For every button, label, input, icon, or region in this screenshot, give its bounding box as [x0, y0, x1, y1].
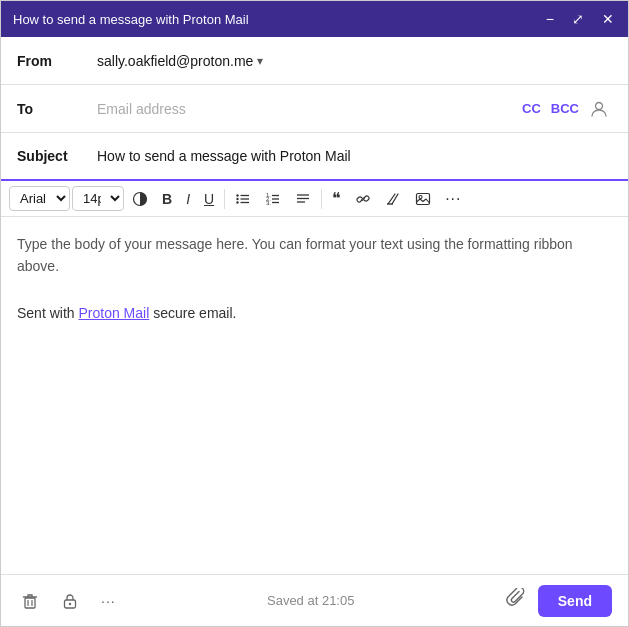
quote-icon: ❝	[332, 189, 341, 208]
ordered-list-button[interactable]: 1. 2. 3.	[259, 187, 287, 211]
svg-text:3.: 3.	[266, 200, 271, 206]
toolbar-separator-2	[321, 189, 322, 209]
toolbar-separator-1	[224, 189, 225, 209]
expand-button[interactable]: ⤢	[570, 10, 586, 28]
to-input[interactable]	[97, 101, 519, 117]
font-size-selector[interactable]: 14px	[72, 186, 124, 211]
encrypt-button[interactable]	[57, 588, 83, 614]
delete-icon	[21, 592, 39, 610]
from-selector[interactable]: sally.oakfield@proton.me ▾	[97, 53, 263, 69]
italic-icon: I	[186, 191, 190, 207]
underline-icon: U	[204, 191, 214, 207]
font-selector[interactable]: Arial	[9, 186, 70, 211]
svg-rect-18	[417, 193, 430, 204]
compose-window: How to send a message with Proton Mail −…	[0, 0, 629, 627]
insert-image-button[interactable]	[409, 187, 437, 211]
cc-bcc-area: CC BCC	[519, 98, 612, 120]
subject-label: Subject	[17, 148, 97, 164]
send-button[interactable]: Send	[538, 585, 612, 617]
attach-button[interactable]	[502, 584, 530, 617]
svg-point-4	[236, 201, 238, 203]
attach-icon	[506, 588, 526, 608]
align-button[interactable]	[289, 187, 317, 211]
to-label: To	[17, 101, 97, 117]
formatting-toolbar: Arial 14px B I U	[1, 181, 628, 217]
delete-button[interactable]	[17, 588, 43, 614]
compose-body: From sally.oakfield@proton.me ▾ To CC BC…	[1, 37, 628, 626]
bold-button[interactable]: B	[156, 187, 178, 211]
svg-rect-20	[25, 598, 35, 608]
signature-prefix: Sent with	[17, 305, 78, 321]
add-contact-button[interactable]	[586, 98, 612, 120]
svg-point-3	[236, 197, 238, 199]
bottom-bar: ··· Saved at 21:05 Send	[1, 574, 628, 626]
clear-format-icon	[385, 191, 401, 207]
message-body-text[interactable]: Type the body of your message here. You …	[17, 233, 612, 278]
saved-status: Saved at 21:05	[120, 593, 502, 608]
add-contact-icon	[590, 100, 608, 118]
bottom-left-actions: ···	[17, 588, 120, 614]
more-options-button[interactable]: ···	[439, 186, 467, 212]
underline-button[interactable]: U	[198, 187, 220, 211]
svg-point-19	[419, 195, 422, 198]
bottom-right-actions: Send	[502, 584, 612, 617]
align-icon	[295, 191, 311, 207]
subject-input[interactable]	[97, 148, 612, 164]
window-title: How to send a message with Proton Mail	[13, 12, 249, 27]
link-button[interactable]	[349, 187, 377, 211]
window-controls: − ⤢ ✕	[544, 10, 616, 28]
chevron-down-icon: ▾	[257, 54, 263, 68]
from-row: From sally.oakfield@proton.me ▾	[1, 37, 628, 85]
lock-icon	[61, 592, 79, 610]
unordered-list-icon	[235, 191, 251, 207]
bcc-button[interactable]: BCC	[548, 99, 582, 118]
proton-mail-link[interactable]: Proton Mail	[78, 305, 149, 321]
contrast-button[interactable]	[126, 187, 154, 211]
from-address: sally.oakfield@proton.me	[97, 53, 253, 69]
clear-format-button[interactable]	[379, 187, 407, 211]
quote-button[interactable]: ❝	[326, 185, 347, 212]
svg-point-0	[596, 102, 603, 109]
signature-suffix: secure email.	[149, 305, 236, 321]
svg-point-25	[69, 602, 71, 604]
more-icon: ···	[445, 190, 461, 208]
close-button[interactable]: ✕	[600, 10, 616, 28]
minimize-button[interactable]: −	[544, 10, 556, 28]
insert-image-icon	[415, 191, 431, 207]
bottom-more-icon: ···	[101, 593, 116, 609]
to-row: To CC BCC	[1, 85, 628, 133]
svg-point-2	[236, 194, 238, 196]
from-label: From	[17, 53, 97, 69]
ordered-list-icon: 1. 2. 3.	[265, 191, 281, 207]
italic-button[interactable]: I	[180, 187, 196, 211]
unordered-list-button[interactable]	[229, 187, 257, 211]
link-icon	[355, 191, 371, 207]
message-signature: Sent with Proton Mail secure email.	[17, 302, 612, 324]
contrast-icon	[132, 191, 148, 207]
subject-row: Subject	[1, 133, 628, 181]
message-area[interactable]: Type the body of your message here. You …	[1, 217, 628, 574]
titlebar: How to send a message with Proton Mail −…	[1, 1, 628, 37]
bold-icon: B	[162, 191, 172, 207]
cc-button[interactable]: CC	[519, 99, 544, 118]
bottom-more-button[interactable]: ···	[97, 589, 120, 613]
